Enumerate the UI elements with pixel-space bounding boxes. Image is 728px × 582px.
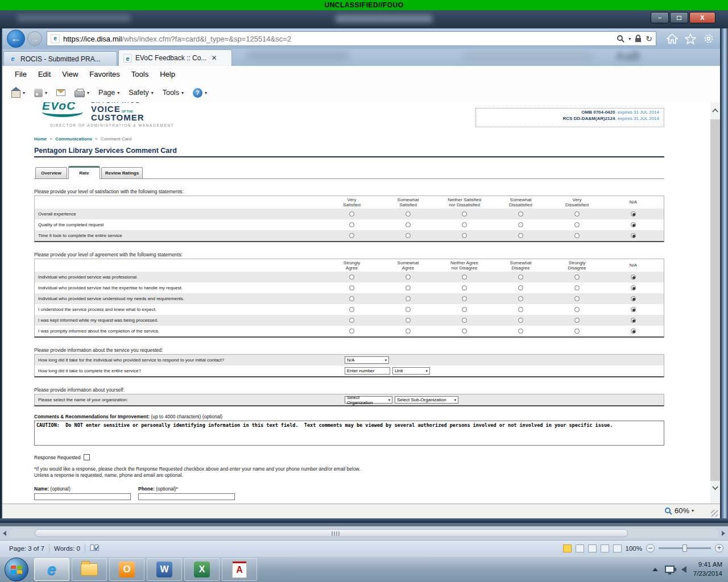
zoom-out-button[interactable]: – [646,544,655,552]
radio-somewhat-agree[interactable] [406,307,411,312]
radio-very-satisfied[interactable] [349,233,354,238]
h-scrollbar-thumb[interactable] [35,529,628,537]
name-field[interactable] [34,493,131,500]
outline-view-icon[interactable] [601,544,609,552]
zoom-in-button[interactable]: + [715,544,723,552]
menu-help[interactable]: Help [154,66,181,83]
word-word-count[interactable]: Words: 0 [49,545,85,552]
radio-very-satisfied[interactable] [349,222,354,227]
radio-na-selected[interactable] [631,233,636,238]
zoom-slider-thumb[interactable] [682,544,687,552]
radio-somewhat-disagree[interactable] [518,285,523,290]
zoom-control[interactable]: 60% ▾ [664,506,694,515]
print-layout-view-icon[interactable] [563,544,572,552]
address-bar[interactable]: e https://ice.disa.mil/whs/index.cfm?fa=… [47,31,656,46]
tab-overview[interactable]: Overview [35,167,67,178]
resize-grip[interactable] [711,510,718,517]
radio-neither-satisfied-nor-dissatisfied[interactable] [462,233,467,238]
radio-strongly-agree[interactable] [349,285,354,290]
radio-very-dissatisfied[interactable] [574,233,580,238]
zoom-slider[interactable] [659,547,711,549]
duration-unit-select[interactable]: Unit▾ [392,367,430,375]
start-button[interactable] [5,558,28,581]
settings-gear-icon[interactable] [703,33,714,44]
radio-neither-agree-nor-disagree[interactable] [462,285,467,290]
radio-strongly-disagree[interactable] [574,307,580,312]
radio-neither-satisfied-nor-dissatisfied[interactable] [462,211,467,217]
radio-strongly-agree[interactable] [349,296,354,301]
home-command-button[interactable]: ▾ [8,88,28,98]
phone-field[interactable] [138,493,235,500]
scrollbar-thumb[interactable] [710,119,720,481]
comments-textarea[interactable] [34,421,664,446]
close-button[interactable]: X [689,12,715,23]
radio-strongly-disagree[interactable] [574,329,580,334]
response-time-select[interactable]: N/A▾ [345,356,389,364]
taskbar-acrobat-button[interactable]: A [222,558,257,581]
hidden-icons-arrow[interactable] [652,568,658,571]
speaker-icon[interactable] [681,566,686,573]
radio-strongly-disagree[interactable] [574,296,580,301]
word-page-info[interactable]: Page: 3 of 7 [5,545,49,552]
menu-file[interactable]: File [9,66,32,83]
radio-strongly-agree[interactable] [349,275,354,280]
scroll-up-icon[interactable] [712,107,719,114]
tab-close-icon[interactable]: ✕ [211,54,217,62]
breadcrumb-communications-link[interactable]: Communications [55,136,92,142]
search-dropdown-icon[interactable]: ▾ [628,36,631,41]
page-menu-button[interactable]: Page▾ [95,89,123,97]
taskbar-ie-button[interactable]: e [34,558,69,581]
print-button[interactable]: ▾ [71,89,93,97]
radio-neither-agree-nor-disagree[interactable] [462,275,467,280]
radio-na-selected[interactable] [631,307,636,312]
web-layout-view-icon[interactable] [588,544,597,552]
radio-na-selected[interactable] [631,222,636,227]
radio-somewhat-disagree[interactable] [518,275,523,280]
menu-view[interactable]: View [56,66,84,83]
radio-neither-agree-nor-disagree[interactable] [462,318,467,323]
favorites-star-icon[interactable] [685,34,696,44]
radio-na-selected[interactable] [631,318,636,323]
radio-very-satisfied[interactable] [349,211,354,217]
radio-somewhat-agree[interactable] [406,285,411,290]
draft-view-icon[interactable] [613,544,622,552]
taskbar-outlook-button[interactable]: O [109,558,144,581]
menu-tools[interactable]: Tools [126,66,154,83]
radio-na-selected[interactable] [631,329,636,334]
radio-strongly-disagree[interactable] [574,318,580,323]
tab-review-ratings[interactable]: Review Ratings [101,167,143,178]
radio-strongly-disagree[interactable] [574,285,580,290]
feeds-command-button[interactable]: ▾ [31,89,51,97]
word-zoom-level[interactable]: 100% [626,545,642,552]
taskbar-excel-button[interactable]: X [184,558,220,581]
browser-tab-evoc[interactable]: e EVoC Feedback :: Co... ✕ [118,49,232,66]
minimize-button[interactable]: – [651,12,669,23]
radio-somewhat-disagree[interactable] [518,296,523,301]
radio-somewhat-agree[interactable] [406,275,411,280]
spellcheck-icon[interactable] [85,544,104,553]
radio-somewhat-disagree[interactable] [518,307,523,312]
scroll-left-icon[interactable] [2,531,7,536]
back-button[interactable]: ← [7,30,25,48]
radio-very-dissatisfied[interactable] [574,222,580,227]
vertical-scrollbar[interactable] [710,102,720,504]
radio-somewhat-agree[interactable] [406,318,411,323]
radio-na-selected[interactable] [631,296,636,301]
radio-na-selected[interactable] [631,211,636,217]
taskbar-clock[interactable]: 9:41 AM 7/23/2014 [693,560,722,578]
radio-strongly-agree[interactable] [349,307,354,312]
scroll-right-icon[interactable] [721,531,726,536]
network-icon[interactable] [665,566,675,573]
radio-na-selected[interactable] [631,285,636,290]
tools-menu-button[interactable]: Tools▾ [159,89,187,97]
duration-number-input[interactable]: Enter number [345,367,390,375]
radio-somewhat-disagree[interactable] [518,318,523,323]
radio-somewhat-satisfied[interactable] [406,233,411,238]
help-command-button[interactable]: ?▾ [189,88,210,98]
radio-neither-satisfied-nor-dissatisfied[interactable] [462,222,467,227]
radio-na-selected[interactable] [631,275,636,280]
radio-somewhat-satisfied[interactable] [406,222,411,227]
search-icon[interactable] [617,35,624,43]
taskbar-explorer-button[interactable] [72,558,107,581]
organization-select[interactable]: Select Organization▾ [345,396,392,404]
